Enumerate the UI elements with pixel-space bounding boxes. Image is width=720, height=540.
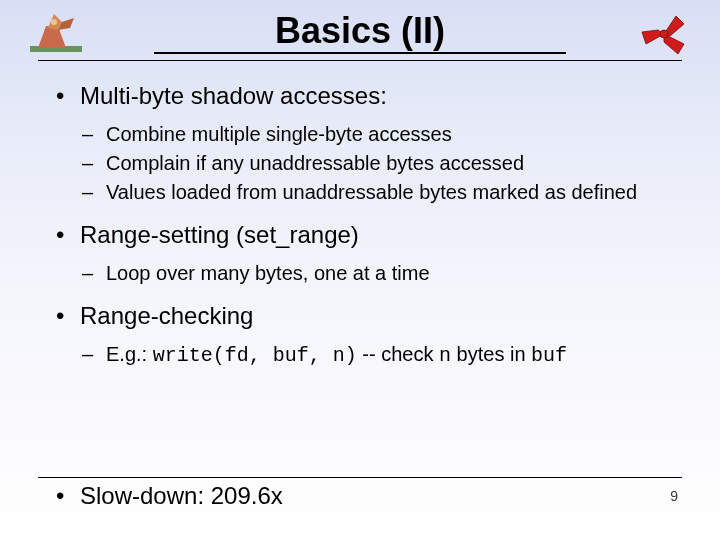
footer-divider	[38, 477, 682, 478]
code-fragment: n	[439, 344, 451, 367]
slide-title: Basics (II)	[275, 10, 445, 54]
sub-item: Values loaded from unaddressable bytes m…	[80, 179, 664, 206]
sub-item: Combine multiple single-byte accesses	[80, 121, 664, 148]
bullet-text: Range-checking	[80, 302, 253, 329]
sub-list: Combine multiple single-byte accesses Co…	[80, 121, 664, 206]
sub-item: E.g.: write(fd, buf, n) -- check n bytes…	[80, 341, 664, 369]
code-fragment: buf	[531, 344, 567, 367]
bullet-text: Multi-byte shadow accesses:	[80, 82, 387, 109]
header: Basics (II)	[38, 10, 682, 61]
text-fragment: -- check	[357, 343, 439, 365]
text-fragment: bytes in	[451, 343, 531, 365]
footer: Slow-down: 209.6x 9	[38, 477, 682, 510]
code-fragment: write(fd, buf, n)	[153, 344, 357, 367]
sub-list: E.g.: write(fd, buf, n) -- check n bytes…	[80, 341, 664, 369]
slide: Basics (II) Multi-byte shadow accesses: …	[0, 0, 720, 540]
content: Multi-byte shadow accesses: Combine mult…	[38, 67, 682, 369]
slowdown-text: Slow-down: 209.6x	[38, 482, 283, 510]
sub-item: Complain if any unaddressable bytes acce…	[80, 150, 664, 177]
bullet-range-setting: Range-setting (set_range) Loop over many…	[56, 220, 664, 287]
bullet-text: Range-setting (set_range)	[80, 221, 359, 248]
text-fragment: E.g.:	[106, 343, 153, 365]
bullet-multibyte: Multi-byte shadow accesses: Combine mult…	[56, 81, 664, 206]
footer-row: Slow-down: 209.6x 9	[38, 482, 682, 510]
sub-item: Loop over many bytes, one at a time	[80, 260, 664, 287]
page-number: 9	[670, 488, 682, 504]
bullet-range-checking: Range-checking E.g.: write(fd, buf, n) -…	[56, 301, 664, 369]
bullet-list: Multi-byte shadow accesses: Combine mult…	[56, 81, 664, 369]
sub-list: Loop over many bytes, one at a time	[80, 260, 664, 287]
header-divider	[38, 60, 682, 61]
